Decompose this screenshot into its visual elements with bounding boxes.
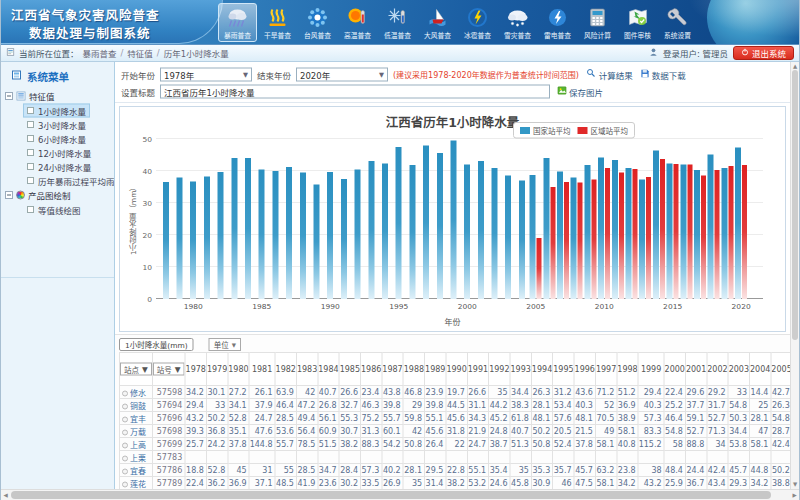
- bar-national-1980[interactable]: [190, 182, 196, 299]
- bar-regional-2018[interactable]: [715, 170, 720, 299]
- nav-item-雪灾普查[interactable]: 雪灾普查: [498, 3, 537, 42]
- bar-national-1978[interactable]: [163, 182, 169, 299]
- tree-group-特征值[interactable]: 特征值: [5, 89, 114, 104]
- bar-national-2014[interactable]: [653, 151, 659, 299]
- bar-national-2019[interactable]: [721, 168, 727, 299]
- legend-item[interactable]: 国家站平均: [520, 125, 571, 136]
- bar-national-1981[interactable]: [204, 176, 210, 299]
- nav-item-高温普查[interactable]: 高温普查: [338, 3, 377, 42]
- data-download-button[interactable]: 数据下载: [640, 68, 686, 81]
- nav-item-风险计算[interactable]: 风险计算: [578, 3, 617, 42]
- station-filter[interactable]: 站点 ▼: [120, 363, 152, 376]
- bar-regional-2016[interactable]: [687, 165, 692, 299]
- table-row[interactable]: 上高5769925.724.237.8144.855.778.551.538.2…: [120, 438, 791, 451]
- unit-dropdown[interactable]: 单位▼: [209, 338, 241, 351]
- nav-item-台风普查[interactable]: 台风普查: [298, 3, 337, 42]
- bar-regional-2015[interactable]: [674, 164, 679, 299]
- bar-regional-2005[interactable]: [537, 238, 542, 299]
- tree-item-3小时降水量[interactable]: 3小时降水量: [23, 118, 90, 132]
- bar-regional-2014[interactable]: [660, 159, 665, 299]
- bar-national-1996[interactable]: [409, 165, 415, 299]
- bar-regional-2013[interactable]: [646, 177, 651, 299]
- bar-regional-2007[interactable]: [564, 182, 569, 299]
- bar-national-2015[interactable]: [667, 164, 673, 299]
- bar-regional-2006[interactable]: [550, 187, 555, 299]
- nav-item-低温普查[interactable]: 低温普查: [378, 3, 417, 42]
- bar-national-2005[interactable]: [530, 175, 536, 299]
- vertical-scroll-thumb[interactable]: [792, 70, 798, 340]
- vertical-scrollbar[interactable]: ▲ ▼: [790, 62, 799, 489]
- bar-national-1984[interactable]: [245, 158, 251, 299]
- table-row[interactable]: 铜鼓5769429.43334.137.946.447.226.832.746.…: [120, 399, 791, 412]
- bar-national-2002[interactable]: [492, 168, 498, 299]
- bar-regional-2009[interactable]: [591, 179, 596, 299]
- nav-item-图件审核[interactable]: 图件审核: [618, 3, 657, 42]
- bar-national-1993[interactable]: [368, 161, 374, 299]
- bar-national-2009[interactable]: [584, 165, 590, 299]
- bar-national-2003[interactable]: [505, 175, 511, 299]
- chart-title-input[interactable]: 江西省历年1小时降水量: [160, 85, 550, 99]
- bar-national-1999[interactable]: [450, 141, 456, 299]
- table-row[interactable]: 宜春5778618.852.845315528.534.728.457.340.…: [120, 464, 791, 477]
- tree-item-6小时降水量[interactable]: 6小时降水量: [23, 132, 90, 146]
- bar-national-1995[interactable]: [396, 147, 402, 299]
- bar-national-2006[interactable]: [543, 158, 549, 299]
- bar-national-1979[interactable]: [177, 177, 183, 299]
- bar-national-1983[interactable]: [231, 158, 237, 299]
- bar-regional-2012[interactable]: [632, 169, 637, 299]
- tree-item-1小时降水量[interactable]: 1小时降水量: [23, 104, 90, 118]
- nav-item-干旱普查[interactable]: 干旱普查: [258, 3, 297, 42]
- bar-national-2012[interactable]: [625, 168, 631, 299]
- bar-national-2013[interactable]: [639, 180, 645, 299]
- bar-national-1998[interactable]: [437, 153, 443, 299]
- horizontal-scroll-thumb[interactable]: [11, 491, 771, 499]
- start-year-select[interactable]: 1978年▼: [160, 68, 252, 82]
- table-row[interactable]: 上栗57783: [120, 451, 791, 464]
- bar-regional-2019[interactable]: [728, 166, 733, 299]
- tree-group-产品图绘制[interactable]: 产品图绘制: [5, 188, 114, 203]
- bar-regional-2011[interactable]: [619, 172, 624, 299]
- bar-national-1982[interactable]: [218, 172, 224, 299]
- bar-national-2011[interactable]: [612, 160, 618, 299]
- tree-item-历年暴雨过程平均雨量[interactable]: 历年暴雨过程平均雨量: [23, 174, 115, 188]
- bar-regional-2020[interactable]: [742, 165, 747, 299]
- nav-item-雷电普查[interactable]: 雷电普查: [538, 3, 577, 42]
- bar-national-2010[interactable]: [598, 158, 604, 299]
- bar-national-2017[interactable]: [694, 170, 700, 299]
- bar-national-1987[interactable]: [286, 167, 292, 299]
- bar-national-2016[interactable]: [680, 165, 686, 299]
- table-row[interactable]: 宜丰5769643.250.252.824.728.549.456.155.37…: [120, 412, 791, 425]
- tree-item-12小时降水量[interactable]: 12小时降水量: [23, 146, 95, 160]
- bar-national-2008[interactable]: [571, 178, 577, 299]
- bar-national-1986[interactable]: [272, 171, 278, 299]
- bar-national-2000[interactable]: [464, 164, 470, 299]
- bar-national-1989[interactable]: [313, 184, 319, 299]
- bar-national-1990[interactable]: [327, 172, 333, 299]
- breadcrumb-item[interactable]: 历年1小时降水量: [164, 47, 229, 60]
- nav-item-大风普查[interactable]: 大风普查: [418, 3, 457, 42]
- bar-regional-2008[interactable]: [578, 183, 583, 299]
- nav-item-暴雨普查[interactable]: 暴雨普查: [218, 3, 257, 42]
- bar-national-2007[interactable]: [557, 171, 563, 299]
- bar-regional-2010[interactable]: [605, 168, 610, 299]
- end-year-select[interactable]: 2020年▼: [296, 68, 388, 82]
- nav-item-系统设置[interactable]: 系统设置: [658, 3, 697, 42]
- table-row[interactable]: 修水5759834.230.127.226.163.94240.726.623.…: [120, 386, 791, 399]
- station-id-filter[interactable]: 站号 ▼: [153, 363, 185, 376]
- logout-button[interactable]: 退出系统: [733, 46, 794, 60]
- bar-national-2020[interactable]: [735, 148, 741, 299]
- scroll-left-arrow[interactable]: ◀: [1, 490, 10, 500]
- bar-national-1988[interactable]: [300, 172, 306, 299]
- legend-item[interactable]: 区域站平均: [577, 125, 628, 136]
- nav-item-冰雹普查[interactable]: 冰雹普查: [458, 3, 497, 42]
- bar-national-1994[interactable]: [382, 164, 388, 299]
- bar-regional-2017[interactable]: [701, 175, 706, 299]
- save-image-button[interactable]: 保存图片: [557, 85, 603, 98]
- horizontal-scrollbar[interactable]: ◀ ▶: [1, 489, 799, 500]
- bar-national-2001[interactable]: [478, 161, 484, 299]
- table-row[interactable]: 莲花5778922.436.236.937.148.541.923.630.23…: [120, 477, 791, 490]
- bar-national-1991[interactable]: [341, 179, 347, 299]
- breadcrumb-item[interactable]: 特征值: [127, 47, 153, 60]
- tree-item-24小时降水量[interactable]: 24小时降水量: [23, 160, 95, 174]
- bar-national-2004[interactable]: [519, 181, 525, 299]
